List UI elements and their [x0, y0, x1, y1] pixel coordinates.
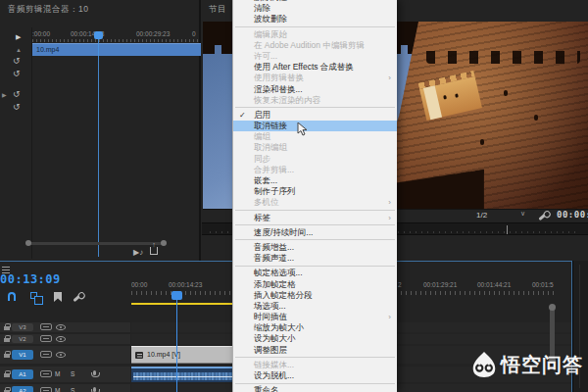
wukong-logo-icon — [471, 351, 497, 378]
track-header-v3: V3 — [0, 322, 130, 332]
menu-separator — [235, 383, 395, 384]
add-marker-icon[interactable] — [54, 292, 62, 302]
menu-item[interactable]: 场选项... — [233, 301, 397, 312]
snap-magnet-icon[interactable] — [8, 292, 16, 301]
menu-item[interactable]: 速度/持续时间... — [233, 227, 397, 238]
menu-item[interactable]: 设为帧大小 — [233, 333, 397, 344]
lock-icon[interactable] — [4, 326, 10, 330]
mixer-ruler-ticks — [32, 39, 199, 42]
play-audio-icon[interactable]: ▶♪ — [133, 248, 143, 257]
menu-item: 同步 — [233, 154, 397, 165]
menu-item[interactable]: 波纹删除 — [233, 14, 397, 24]
menu-separator — [235, 266, 395, 267]
timeline-settings-wrench-icon[interactable] — [73, 293, 82, 302]
panel-menu-icon[interactable] — [2, 265, 10, 271]
ruler-label: 00:00:29:23 — [136, 30, 170, 37]
scrollbar-handle[interactable] — [25, 240, 31, 246]
mixer-bottom-toolbar: ▶♪ — [133, 247, 158, 257]
submenu-arrow-icon: › — [388, 73, 391, 83]
mouse-cursor — [297, 122, 309, 137]
voiceover-mic-icon[interactable] — [93, 370, 96, 375]
program-timecode[interactable]: 00:00: — [557, 210, 588, 220]
menu-item[interactable]: 缩放为帧大小 — [233, 322, 397, 333]
menu-item[interactable]: 添加帧定格 — [233, 279, 397, 290]
mixer-horizontal-scrollbar[interactable] — [27, 242, 165, 245]
lock-icon[interactable] — [4, 338, 10, 342]
menu-item: 取消编组 — [233, 142, 397, 153]
menu-item[interactable]: 渲染和替换... — [233, 84, 397, 95]
source-patch-icon[interactable] — [40, 370, 52, 377]
toggle-track-output-eye-icon[interactable] — [56, 336, 66, 342]
clip-context-menu: 删除属性...清除波纹删除编辑原始在 Adobe Audition 中编辑剪辑许… — [232, 0, 397, 392]
track-target-button-a1[interactable]: A1 — [12, 369, 33, 379]
submenu-arrow-icon: › — [388, 197, 391, 208]
menu-item: 在 Adobe Audition 中编辑剪辑 — [233, 40, 397, 51]
clip-film-icon — [135, 352, 143, 359]
mixer-playhead-line — [98, 39, 99, 257]
mute-button[interactable]: M — [55, 387, 60, 392]
scrollbar-handle[interactable] — [161, 240, 167, 246]
source-patch-icon[interactable] — [40, 335, 52, 342]
playback-resolution-dropdown[interactable]: 1/2 — [476, 211, 487, 220]
automation-undo-icon[interactable]: ↺ — [13, 70, 21, 78]
ruler-label: 00:01:44:21 — [477, 281, 511, 288]
lock-icon[interactable] — [4, 373, 10, 377]
clip-label: 10.mp4 [V] — [147, 351, 180, 358]
menu-item[interactable]: 音频声道... — [233, 253, 397, 264]
track-target-button-v3[interactable]: V3 — [12, 323, 33, 331]
menu-item[interactable]: 启用✓ — [233, 110, 397, 121]
track-header-v2: V2 — [0, 334, 130, 344]
ruler-label: 00:01:29:21 — [423, 281, 457, 288]
source-patch-icon[interactable] — [40, 323, 52, 330]
track-target-button-v2[interactable]: V2 — [12, 335, 33, 343]
menu-separator — [235, 210, 395, 211]
toggle-track-output-eye-icon[interactable] — [56, 324, 66, 330]
watermark-text: 悟空问答 — [501, 352, 583, 378]
menu-item[interactable]: 取消链接 — [233, 121, 397, 131]
watermark: 悟空问答 — [471, 351, 583, 378]
menu-item[interactable]: 制作子序列 — [233, 186, 397, 197]
linked-selection-icon[interactable] — [30, 292, 37, 299]
menu-item[interactable]: 设为脱机... — [233, 370, 397, 381]
menu-item[interactable]: 使用 After Effects 合成替换 — [233, 62, 397, 73]
track-target-button-v1[interactable]: V1 — [12, 350, 33, 360]
source-patch-icon[interactable] — [40, 387, 52, 392]
timeline-timecode[interactable]: 00:13:09 — [0, 272, 61, 286]
mixer-left-toolbar: ▶ ▲ ↺ ↺ ▶ ↺ ↺ — [0, 27, 32, 259]
tab-program-monitor[interactable]: 节目 — [209, 4, 226, 16]
menu-item: 合并剪辑... — [233, 165, 397, 175]
menu-item[interactable]: 时间插值› — [233, 312, 397, 322]
mute-button[interactable]: M — [55, 370, 60, 377]
menu-item[interactable]: 帧定格选项... — [233, 268, 397, 278]
submenu-arrow-icon: › — [388, 312, 391, 322]
menu-item[interactable]: 清除 — [233, 3, 397, 14]
menu-item[interactable]: 音频增益... — [233, 242, 397, 253]
menu-item[interactable]: 插入帧定格分段 — [233, 290, 397, 301]
track-header-a1: A1MS — [0, 367, 130, 382]
solo-button[interactable]: S — [71, 387, 74, 392]
mixer-playhead-handle[interactable] — [94, 31, 103, 39]
automation-undo-icon[interactable]: ↺ — [13, 90, 21, 99]
lock-icon[interactable] — [4, 354, 10, 358]
track-target-button-a2[interactable]: A2 — [12, 386, 33, 392]
toggle-track-output-eye-icon[interactable] — [56, 352, 66, 358]
automation-undo-icon[interactable]: ↺ — [13, 57, 21, 66]
export-icon[interactable] — [150, 247, 158, 255]
premiere-app-window: 音频剪辑混合器：10 ▶ ▲ ↺ ↺ ▶ ↺ ↺ :00:00 00:00:14… — [0, 0, 588, 392]
track-header-v1: V1 — [0, 346, 130, 364]
menu-item[interactable]: 嵌套... — [233, 175, 397, 186]
menu-item[interactable]: 调整图层 — [233, 345, 397, 356]
solo-button[interactable]: S — [71, 370, 74, 377]
automation-undo-icon[interactable]: ↺ — [13, 103, 21, 112]
menu-item[interactable]: 标签› — [233, 213, 397, 223]
voiceover-mic-icon[interactable] — [93, 387, 96, 392]
menu-item[interactable]: 重命名... — [233, 385, 397, 392]
menu-item: 使用剪辑替换› — [233, 73, 397, 83]
tab-audio-clip-mixer[interactable]: 音频剪辑混合器：10 — [8, 4, 88, 16]
source-patch-icon[interactable] — [40, 351, 52, 358]
collapse-icon[interactable]: ▲ — [16, 46, 22, 55]
chevron-down-icon[interactable]: ∨ — [520, 210, 525, 218]
mixer-audio-clip[interactable]: 10.mp4 — [32, 43, 201, 56]
expander-arrow-icon[interactable]: ▶ — [2, 91, 7, 100]
video-arched-windows — [426, 51, 580, 64]
